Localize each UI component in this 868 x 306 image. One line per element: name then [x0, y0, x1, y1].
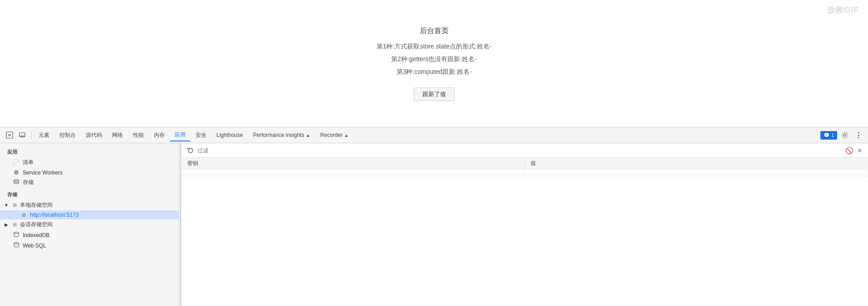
devtools-sidebar: 应用 📄 清单 ⚙ Service Workers 存储	[0, 143, 179, 306]
localhost-label: http://localhost:5173	[30, 212, 78, 218]
toolbar-separator-1	[31, 131, 31, 139]
inspect-element-button[interactable]	[4, 129, 15, 141]
sidebar-item-indexeddb[interactable]: IndexedDB	[0, 230, 179, 240]
tab-console[interactable]: 控制台	[55, 130, 80, 141]
svg-rect-2	[20, 133, 25, 137]
filter-clear-button[interactable]: ✕	[855, 146, 864, 155]
data-table-wrapper: 密钥 值	[182, 158, 868, 306]
more-options-button[interactable]: ⋮	[853, 129, 864, 141]
session-storage-icon: ⊞	[11, 222, 18, 228]
tab-elements[interactable]: 元素	[34, 130, 54, 141]
settings-button[interactable]	[839, 129, 851, 141]
websql-icon	[13, 242, 20, 249]
main-content: 后台首页 第1种:方式获取store.state点的形式:姓名- 第2种:get…	[0, 0, 868, 127]
devtools-body: 应用 📄 清单 ⚙ Service Workers 存储	[0, 143, 868, 306]
svg-point-7	[14, 232, 19, 233]
watermark: 放教GIF	[827, 5, 859, 15]
svg-point-6	[14, 180, 19, 181]
filter-input[interactable]	[197, 146, 843, 155]
sidebar-item-storage-clear[interactable]: 存储	[0, 177, 179, 188]
data-table: 密钥 值	[182, 158, 868, 177]
tab-application[interactable]: 应用	[170, 129, 190, 141]
line2: 第2种:getters也没有跟新:姓名-	[391, 55, 477, 63]
line3: 第3种:computed跟新:姓名-	[397, 68, 472, 76]
service-workers-label: Service Workers	[23, 170, 63, 176]
tab-sources[interactable]: 源代码	[81, 130, 107, 141]
tab-performance[interactable]: 性能	[128, 130, 148, 141]
storage-section-label: 存储	[0, 188, 179, 200]
svg-point-8	[14, 243, 19, 244]
local-storage-icon: ⊞	[11, 202, 18, 208]
update-button[interactable]: 跟新了值	[414, 87, 455, 101]
console-icon: 💬	[824, 132, 830, 138]
devtools-panel: 元素 控制台 源代码 网络 性能 内存 应用 安全 Lighthouse Per…	[0, 127, 868, 306]
table-cell-value	[525, 173, 868, 177]
localhost-icon: ⊞	[20, 212, 27, 218]
storage-icon	[13, 179, 20, 186]
sidebar-item-localhost-5173[interactable]: ⊞ http://localhost:5173	[0, 210, 179, 219]
more-icon: ⋮	[855, 131, 862, 140]
app-section-label: 应用	[0, 145, 179, 157]
devtools-toolbar: 元素 控制台 源代码 网络 性能 内存 应用 安全 Lighthouse Per…	[0, 127, 868, 143]
storage-label: 存储	[23, 179, 34, 186]
local-storage-group-label: 本地存储空间	[20, 201, 53, 209]
console-badge-button[interactable]: 💬 1	[820, 131, 837, 140]
local-storage-arrow: ▼	[4, 203, 9, 208]
table-row	[182, 170, 868, 174]
svg-point-5	[844, 134, 846, 136]
table-cell-key	[182, 173, 525, 177]
col-header-key: 密钥	[182, 158, 525, 170]
table-cell-value	[525, 170, 868, 174]
websql-label: Web SQL	[23, 243, 46, 249]
tab-recorder[interactable]: Recorder ▲	[316, 130, 353, 140]
main-panel: 🚫 ✕ 密钥 值	[182, 143, 868, 306]
indexeddb-icon	[13, 231, 20, 239]
indexeddb-label: IndexedDB	[23, 232, 49, 238]
manifest-icon: 📄	[13, 159, 20, 166]
recorder-arrow: ▲	[344, 133, 348, 138]
local-storage-group[interactable]: ▼ ⊞ 本地存储空间	[0, 200, 179, 210]
badge-count: 1	[831, 132, 834, 138]
sidebar-item-websql[interactable]: Web SQL	[0, 240, 179, 251]
tab-lighthouse[interactable]: Lighthouse	[212, 130, 248, 140]
table-row	[182, 173, 868, 177]
toolbar-right: 💬 1 ⋮	[820, 129, 864, 141]
service-workers-icon: ⚙	[13, 169, 20, 176]
filter-block-button[interactable]: 🚫	[844, 146, 853, 155]
filter-bar: 🚫 ✕	[182, 143, 868, 158]
svg-point-1	[9, 134, 10, 136]
session-storage-label: 会话存储空间	[20, 221, 53, 228]
session-storage-arrow: ▶	[4, 222, 9, 227]
sidebar-item-manifest[interactable]: 📄 清单	[0, 157, 179, 168]
sidebar-item-service-workers[interactable]: ⚙ Service Workers	[0, 168, 179, 177]
tab-network[interactable]: 网络	[108, 130, 128, 141]
manifest-label: 清单	[23, 159, 34, 166]
table-body	[182, 170, 868, 177]
tab-memory[interactable]: 内存	[149, 130, 169, 141]
device-toggle-button[interactable]	[16, 129, 28, 141]
tab-security[interactable]: 安全	[191, 130, 211, 141]
tab-performance-insights[interactable]: Performance insights ▲	[249, 130, 315, 140]
session-storage-group[interactable]: ▶ ⊞ 会话存储空间	[0, 219, 179, 230]
refresh-button[interactable]	[186, 146, 196, 155]
line1: 第1种:方式获取store.state点的形式:姓名-	[377, 43, 492, 51]
svg-rect-0	[6, 132, 13, 138]
col-header-value: 值	[525, 158, 868, 170]
performance-insights-arrow: ▲	[306, 133, 310, 138]
main-title: 后台首页	[420, 26, 449, 36]
table-cell-key	[182, 170, 525, 174]
sidebar-resizer[interactable]	[179, 143, 182, 306]
